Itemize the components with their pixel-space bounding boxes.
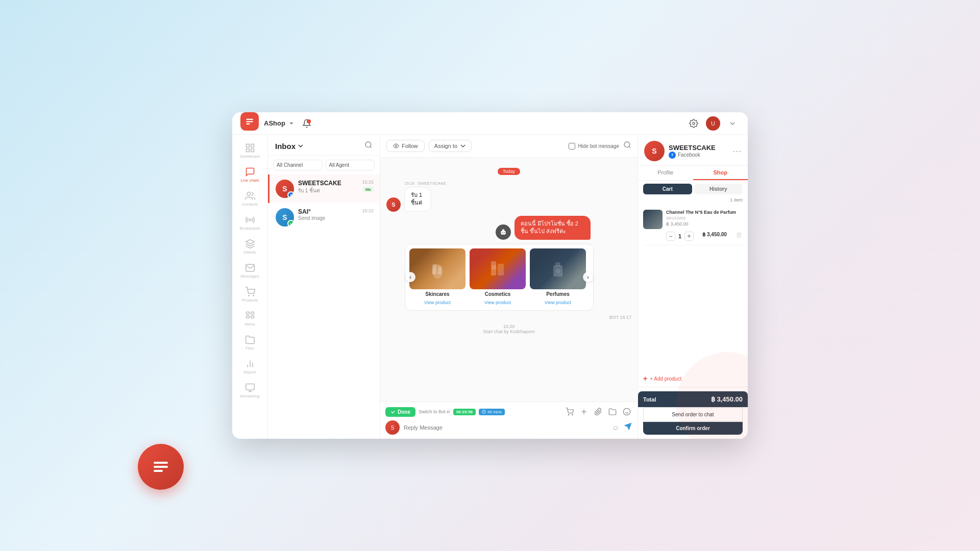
panel-tabs: Profile Shop	[638, 166, 748, 181]
sidebar-item-broadcasts[interactable]: Broadcasts	[235, 212, 265, 234]
sidebar-item-products[interactable]: Products	[235, 284, 265, 306]
qty-increase-button[interactable]: +	[684, 232, 694, 241]
sidebar: Dashboard Live chats Contacts Broadcasts…	[232, 135, 268, 439]
send-order-button[interactable]: Send order to chat	[643, 408, 743, 421]
carousel-prev-button[interactable]: ‹	[405, 272, 415, 282]
sidebar-item-menu[interactable]: Menu	[235, 308, 265, 330]
emoji-icon	[623, 408, 631, 416]
chat-main: Follow Assign to Hide bot message Today	[380, 135, 638, 439]
chat-messages: Today S 15:16 SWEETSCAKE รับ 1 ชิ้นค่	[380, 158, 638, 402]
svg-rect-1	[246, 121, 253, 122]
inbox-title[interactable]: Inbox	[275, 142, 304, 151]
inbox-search-button[interactable]	[364, 141, 373, 151]
hide-bot-checkbox[interactable]: Hide bot message	[569, 143, 619, 149]
svg-rect-14	[246, 316, 249, 318]
reply-user-avatar: S	[385, 420, 400, 435]
send-button[interactable]	[623, 422, 632, 433]
emoji-button[interactable]: ☺	[612, 423, 619, 432]
avatar-sai: S L	[276, 208, 294, 227]
chat-search-icon	[623, 141, 631, 149]
product-image-skincare	[409, 248, 465, 289]
chat-search-button[interactable]	[623, 141, 631, 151]
delete-item-button[interactable]: 🗑	[736, 231, 743, 239]
cosmetics-illustration	[485, 256, 510, 282]
svg-point-9	[249, 219, 251, 220]
reply-input[interactable]	[404, 422, 608, 433]
svg-point-40	[568, 414, 569, 415]
sidebar-label-messages: Messages	[240, 274, 259, 279]
view-product-perfumes[interactable]: View product	[530, 299, 586, 306]
inbox-header: Inbox	[268, 135, 380, 156]
notification-button[interactable]	[300, 116, 314, 131]
sidebar-item-messages[interactable]: Messages	[235, 260, 265, 282]
chevron-down-icon	[288, 120, 295, 127]
view-product-skincare[interactable]: View product	[409, 299, 465, 306]
subtab-cart[interactable]: Cart	[643, 184, 692, 194]
message-bubble-user: 15:16 SWEETSCAKE รับ 1 ชิ้นค่	[404, 181, 446, 212]
sidebar-item-files[interactable]: Files	[235, 332, 265, 354]
chat-item-sai[interactable]: S L SAI° Send image 15:22	[268, 203, 380, 232]
shop-selector[interactable]: AShop	[264, 119, 295, 127]
more-button[interactable]: ⋯	[732, 145, 742, 157]
today-badge: Today	[386, 166, 631, 175]
svg-point-11	[253, 295, 254, 296]
contacts-icon	[245, 191, 255, 201]
confirm-order-button[interactable]: Confirm order	[643, 422, 743, 435]
add-icon-action[interactable]	[578, 406, 590, 417]
done-button[interactable]: Done	[385, 407, 415, 417]
qty-decrease-button[interactable]: −	[666, 232, 675, 241]
chat-item-sweetscake[interactable]: S f SWEETSCAKE รับ 1 ชิ้นค่ 15:25 Me	[268, 174, 380, 203]
svg-point-22	[365, 142, 371, 147]
folder-icon-action[interactable]	[607, 406, 618, 417]
carousel-next-button[interactable]: ›	[583, 272, 593, 282]
sidebar-label-live-chats: Live chats	[240, 178, 259, 183]
cart-icon-action[interactable]	[564, 406, 575, 417]
app-logo	[240, 112, 259, 131]
channel-filter[interactable]: All Channel	[273, 160, 323, 170]
emoji-icon-action[interactable]	[621, 406, 632, 417]
agent-filter[interactable]: All Agent	[326, 160, 375, 170]
tab-profile[interactable]: Profile	[638, 166, 693, 180]
product-card-perfumes: Perfumes View product	[530, 248, 586, 306]
clip-icon-action[interactable]	[593, 406, 604, 417]
right-panel: S SWEETSCAKE f Facebook ⋯ Profile Shop	[638, 135, 748, 439]
sidebar-item-monitoring[interactable]: Monitoring	[235, 380, 265, 402]
carousel-items: Skincares View product	[409, 248, 589, 306]
add-product-button[interactable]: + + Add product	[638, 370, 748, 387]
svg-rect-47	[154, 462, 168, 464]
product-card-cosmetics: Cosmetics View product	[470, 248, 526, 306]
assign-button[interactable]: Assign to	[429, 140, 472, 152]
tab-shop[interactable]: Shop	[693, 166, 748, 180]
product-image-cosmetics	[470, 248, 526, 289]
sidebar-item-dashboard[interactable]: Dashboard	[235, 140, 265, 162]
svg-rect-49	[154, 470, 163, 472]
check-icon	[390, 409, 396, 414]
quantity-control: − 1 +	[666, 232, 694, 241]
cart-items-container: 1 item Channel The N°5 Eau de Parfum SKU…	[638, 197, 748, 370]
sidebar-item-report[interactable]: Report	[235, 356, 265, 378]
svg-point-8	[247, 192, 251, 196]
svg-rect-15	[251, 316, 254, 318]
svg-rect-4	[246, 144, 249, 147]
message-row-bot: ตอนนี้ มีโปรโมชั่น ซื้อ 2 ชิ้น ขึ้นไป ส่…	[386, 216, 631, 240]
svg-point-10	[248, 295, 249, 296]
subtab-history[interactable]: History	[694, 184, 743, 194]
user-avatar-top[interactable]: U	[706, 116, 720, 131]
settings-button[interactable]	[687, 116, 701, 131]
follow-button[interactable]: Follow	[386, 140, 425, 152]
hide-bot-input[interactable]	[569, 143, 575, 149]
notification-badge	[307, 119, 311, 123]
sidebar-item-live-chats[interactable]: Live chats	[235, 164, 265, 186]
action-icons	[564, 406, 632, 417]
svg-point-3	[693, 122, 695, 124]
view-product-cosmetics[interactable]: View product	[470, 299, 526, 306]
search-icon	[364, 141, 373, 149]
sidebar-item-contacts[interactable]: Contacts	[235, 188, 265, 210]
sidebar-item-intents[interactable]: Intents	[235, 236, 265, 258]
sidebar-label-menu: Menu	[244, 322, 255, 327]
mins-badge: 30 mins	[479, 409, 505, 415]
user-menu-button[interactable]	[725, 116, 740, 131]
filter-row: All Channel All Agent	[268, 156, 380, 174]
svg-rect-31	[432, 264, 436, 274]
gear-icon	[689, 119, 698, 128]
